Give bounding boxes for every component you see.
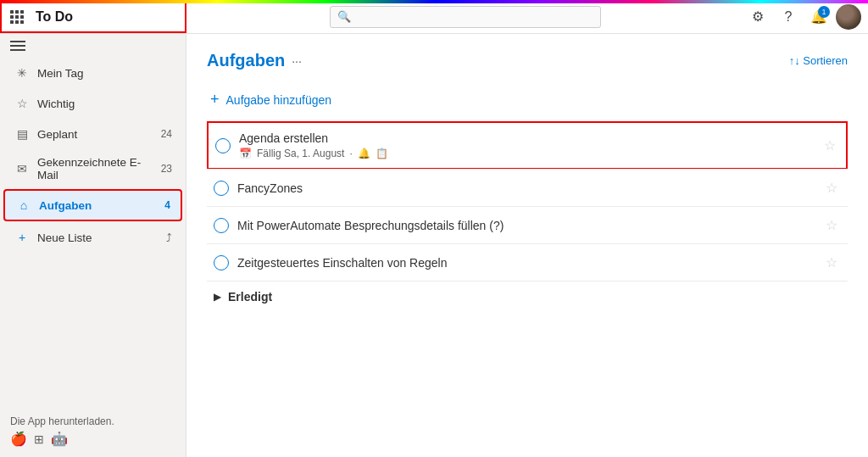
task-circle-powerautomate[interactable] <box>214 218 229 233</box>
task-item-zeitgesteuert[interactable]: Zeitgesteuertes Einschalten von Regeln ☆ <box>207 243 848 281</box>
main-area: ✳ Mein Tag ☆ Wichtig ▤ Geplant 24 ✉ Geke… <box>0 34 868 457</box>
task-title-powerautomate: Mit PowerAutomate Besprechungsdetails fü… <box>237 219 822 232</box>
add-task-row[interactable]: + Aufgabe hinzufügen <box>207 84 848 115</box>
notification-button[interactable]: 🔔 1 <box>805 3 832 31</box>
search-box[interactable]: 🔍 <box>330 6 601 28</box>
sidebar-item-label: Wichtig <box>37 98 75 110</box>
task-item-agenda[interactable]: Agenda erstellen 📅 Fällig Sa, 1. August … <box>207 121 848 170</box>
dot-separator: · <box>349 148 352 159</box>
help-icon: ? <box>785 9 793 25</box>
task-content-fancyzones: FancyZones <box>237 181 822 195</box>
task-title-zeitgesteuert: Zeitgesteuertes Einschalten von Regeln <box>237 256 822 270</box>
erledigt-section[interactable]: ▶ Erledigt <box>207 281 848 312</box>
task-star-powerautomate[interactable]: ☆ <box>822 215 841 235</box>
sidebar-item-label: Geplant <box>37 128 77 141</box>
task-meta-agenda: 📅 Fällig Sa, 1. August · 🔔 📋 <box>239 148 821 159</box>
sidebar-item-wichtig[interactable]: ☆ Wichtig <box>3 89 182 118</box>
sidebar-item-aufgaben[interactable]: ⌂ Aufgaben 4 <box>3 189 182 221</box>
apple-icon: 🍎 <box>10 431 27 447</box>
sort-label: ↑↓ Sortieren <box>789 54 848 67</box>
sidebar: ✳ Mein Tag ☆ Wichtig ▤ Geplant 24 ✉ Geke… <box>0 34 186 457</box>
sidebar-item-mein-tag[interactable]: ✳ Mein Tag <box>3 59 182 87</box>
help-button[interactable]: ? <box>775 3 802 31</box>
task-star-zeitgesteuert[interactable]: ☆ <box>822 253 841 272</box>
add-icon: + <box>210 91 220 109</box>
search-icon: 🔍 <box>337 10 351 23</box>
export-icon: ⤴ <box>166 231 172 244</box>
app-grid-button[interactable] <box>2 0 32 34</box>
reminder-icon: 🔔 <box>358 148 370 159</box>
task-item-fancyzones[interactable]: FancyZones ☆ <box>207 169 848 206</box>
sidebar-item-label: Mein Tag <box>37 67 84 80</box>
new-list-row[interactable]: + Neue Liste ⤴ <box>3 223 182 252</box>
content-title: Aufgaben <box>207 51 285 70</box>
task-circle-zeitgesteuert[interactable] <box>214 255 229 270</box>
search-area: 🔍 <box>186 6 744 28</box>
home-icon: ⌂ <box>15 197 32 214</box>
task-title-fancyzones: FancyZones <box>237 181 822 195</box>
chevron-right-icon: ▶ <box>214 291 221 303</box>
task-content-agenda: Agenda erstellen 📅 Fällig Sa, 1. August … <box>239 131 821 159</box>
task-star-agenda[interactable]: ☆ <box>821 136 839 155</box>
task-due-agenda: Fällig Sa, 1. August <box>257 148 344 159</box>
notification-badge: 1 <box>818 6 830 18</box>
settings-button[interactable]: ⚙ <box>744 3 771 31</box>
sidebar-item-geplant[interactable]: ▤ Geplant 24 <box>3 120 182 148</box>
sort-button[interactable]: ↑↓ Sortieren <box>789 54 848 67</box>
sidebar-item-gekennzeichnet[interactable]: ✉ Gekennzeichnete E-Mail 23 <box>3 150 182 187</box>
sidebar-item-label: Aufgaben <box>39 199 92 212</box>
star-icon: ☆ <box>14 95 31 112</box>
sun-icon: ✳ <box>14 64 31 81</box>
new-list-label: Neue Liste <box>37 231 92 244</box>
gekennzeichnet-badge: 23 <box>161 163 172 175</box>
sidebar-item-label: Gekennzeichnete E-Mail <box>37 156 161 181</box>
content-menu-button[interactable]: ··· <box>292 54 302 68</box>
content-area: Aufgaben ··· ↑↓ Sortieren + Aufgabe hinz… <box>186 34 868 457</box>
gear-icon: ⚙ <box>752 8 764 25</box>
app-branding: To Do <box>0 0 186 33</box>
task-content-zeitgesteuert: Zeitgesteuertes Einschalten von Regeln <box>237 256 822 270</box>
topbar-actions: ⚙ ? 🔔 1 <box>744 3 868 31</box>
topbar: To Do 🔍 ⚙ ? 🔔 1 <box>0 0 868 34</box>
android-icon: 🤖 <box>51 431 68 447</box>
task-circle-fancyzones[interactable] <box>214 181 229 196</box>
add-task-label: Aufgabe hinzufügen <box>226 93 332 107</box>
aufgaben-badge: 4 <box>164 199 170 211</box>
sidebar-footer: Die App herunterladen. 🍎 ⊞ 🤖 <box>0 409 186 457</box>
task-item-powerautomate[interactable]: Mit PowerAutomate Besprechungsdetails fü… <box>207 206 848 243</box>
sidebar-toggle[interactable] <box>0 34 186 58</box>
task-content-powerautomate: Mit PowerAutomate Besprechungsdetails fü… <box>237 219 822 232</box>
footer-text: Die App herunterladen. <box>10 415 114 427</box>
erledigt-label: Erledigt <box>228 290 272 304</box>
task-star-fancyzones[interactable]: ☆ <box>822 178 841 198</box>
rainbow-decoration <box>0 0 868 3</box>
note-icon: 📋 <box>376 148 388 159</box>
geplant-badge: 24 <box>161 128 172 140</box>
grid-icon <box>10 10 24 24</box>
app-title: To Do <box>36 9 73 25</box>
plus-icon: + <box>14 229 31 246</box>
windows-icon: ⊞ <box>34 432 44 446</box>
calendar-meta-icon: 📅 <box>239 148 252 159</box>
email-icon: ✉ <box>14 160 31 177</box>
user-avatar[interactable] <box>836 4 861 30</box>
task-circle-agenda[interactable] <box>215 138 231 153</box>
content-header: Aufgaben ··· ↑↓ Sortieren <box>207 51 848 70</box>
hamburger-icon <box>10 41 175 51</box>
task-title-agenda: Agenda erstellen <box>239 131 821 145</box>
calendar-icon: ▤ <box>14 125 31 142</box>
